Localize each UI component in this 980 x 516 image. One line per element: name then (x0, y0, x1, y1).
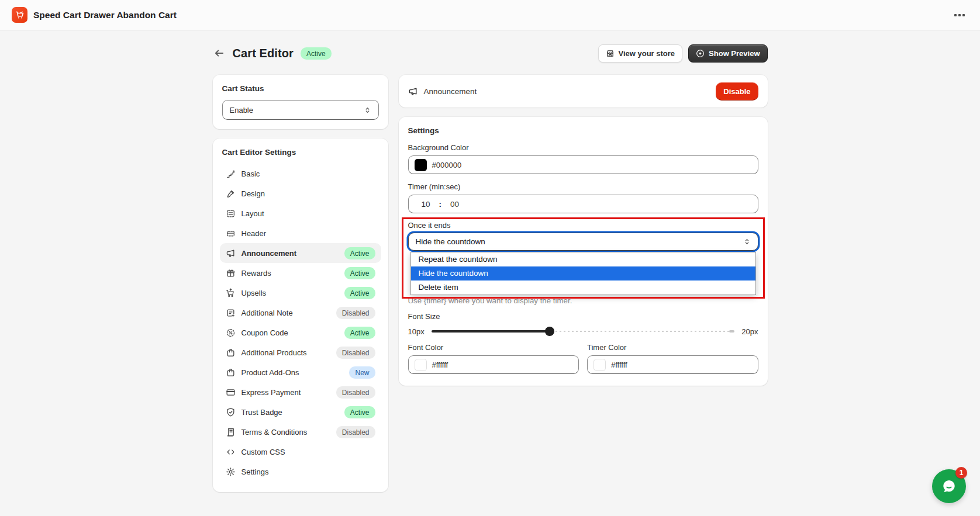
dropdown-option-hide-the-countdown[interactable]: Hide the countdown (411, 266, 755, 280)
sidebar-item-label: Coupon Code (241, 328, 339, 337)
megaphone-icon (408, 86, 418, 96)
timer-color-input[interactable]: #ffffff (587, 355, 758, 374)
sidebar-item-label: Basic (241, 169, 375, 178)
page-title: Cart Editor (233, 47, 294, 60)
sidebar-item-label: Additional Products (241, 348, 330, 357)
color-fields-row: Font Color #ffffff Timer Color #ffffff (408, 336, 758, 374)
sidebar-item-trust-badge[interactable]: Trust BadgeActive (220, 402, 381, 422)
show-preview-button[interactable]: Show Preview (688, 44, 767, 63)
sidebar-item-additional-products[interactable]: Additional ProductsDisabled (220, 342, 381, 362)
sidebar-item-coupon-code[interactable]: Coupon CodeActive (220, 323, 381, 342)
status-badge: Active (344, 327, 375, 339)
page-status-badge: Active (301, 47, 332, 60)
timer-colon: : (439, 200, 442, 209)
background-color-input[interactable]: #000000 (408, 155, 758, 174)
once-it-ends-select[interactable]: Hide the countdown (408, 233, 758, 251)
font-size-slider-row: 10px 20px (408, 327, 758, 336)
status-badge: Active (344, 287, 375, 299)
gift-icon (226, 268, 236, 278)
sidebar-item-basic[interactable]: Basic (220, 164, 381, 183)
chat-bubble-icon (940, 477, 958, 495)
sidebar-item-label: Additional Note (241, 309, 330, 317)
sidebar-item-express-payment[interactable]: Express PaymentDisabled (220, 382, 381, 402)
timer-label: Timer (min:sec) (408, 182, 758, 191)
status-badge: Disabled (336, 426, 375, 438)
sidebar-item-custom-css[interactable]: Custom CSS (220, 442, 381, 462)
status-badge: Disabled (336, 386, 375, 399)
dropdown-option-repeat-the-countdown[interactable]: Repeat the countdown (411, 252, 755, 266)
color-swatch-black[interactable] (415, 159, 427, 171)
page-header: Cart Editor Active View your store (213, 43, 768, 63)
sidebar-nav-list: BasicDesignLayoutHeaderAnnouncementActiv… (220, 164, 381, 482)
chevron-updown-icon (364, 106, 371, 114)
page-frame: Cart Editor Active View your store (213, 43, 768, 492)
slider-handle[interactable] (545, 327, 554, 336)
view-your-store-button[interactable]: View your store (598, 44, 683, 63)
color-swatch-white[interactable] (415, 359, 427, 371)
disable-button[interactable]: Disable (716, 82, 758, 101)
sidebar-item-header[interactable]: Header (220, 223, 381, 243)
once-it-ends-selected-value: Hide the countdown (416, 237, 485, 246)
once-it-ends-dropdown: Repeat the countdownHide the countdownDe… (410, 252, 756, 295)
status-badge: New (349, 366, 375, 379)
page-header-actions: View your store Show Preview (598, 44, 768, 63)
sidebar-item-label: Trust Badge (241, 408, 339, 417)
sidebar-item-announcement[interactable]: AnnouncementActive (220, 243, 381, 263)
receipt-icon (226, 427, 236, 437)
arrow-left-icon (214, 48, 225, 58)
once-it-ends-label: Once it ends (408, 221, 758, 230)
app-identity: Speed Cart Drawer Abandon Cart (12, 7, 177, 23)
sidebar-item-label: Header (241, 229, 375, 238)
slider-track-fill (432, 330, 550, 333)
timer-minutes[interactable]: 10 (422, 200, 430, 209)
background-color-label: Background Color (408, 143, 758, 152)
font-size-label: Font Size (408, 312, 758, 321)
sidebar-item-product-add-ons[interactable]: Product Add-OnsNew (220, 362, 381, 382)
app-title: Speed Cart Drawer Abandon Cart (33, 10, 177, 20)
chevron-updown-icon (743, 238, 751, 245)
sidebar-item-label: Express Payment (241, 388, 330, 397)
timer-input[interactable]: 10 : 00 (408, 195, 758, 213)
stairs-icon (226, 169, 236, 179)
cart-status-select-value: Enable (230, 106, 253, 115)
layout-icon (226, 209, 236, 219)
sidebar-item-label: Announcement (241, 249, 339, 258)
content-columns: Cart Status Enable Cart Editor Settings … (213, 75, 768, 492)
dropdown-option-delete-item[interactable]: Delete item (411, 280, 755, 295)
sidebar-item-upsells[interactable]: UpsellsActive (220, 283, 381, 303)
sidebar-item-additional-note[interactable]: Additional NoteDisabled (220, 303, 381, 323)
timer-color-label: Timer Color (587, 343, 758, 352)
sidebar-item-label: Design (241, 189, 375, 198)
sidebar-item-label: Product Add-Ons (241, 368, 344, 377)
sidebar-item-layout[interactable]: Layout (220, 203, 381, 223)
sidebar-item-design[interactable]: Design (220, 183, 381, 203)
font-size-slider[interactable] (432, 327, 735, 336)
status-badge: Disabled (336, 307, 375, 319)
announcement-header-card: Announcement Disable (399, 75, 768, 108)
cart-status-select[interactable]: Enable (222, 100, 379, 120)
shield-check-icon (226, 407, 236, 417)
sidebar-item-rewards[interactable]: RewardsActive (220, 263, 381, 283)
overflow-menu-button[interactable] (951, 11, 968, 20)
credit-card-icon (226, 387, 236, 397)
code-icon (226, 447, 236, 457)
font-color-input[interactable]: #ffffff (408, 355, 579, 374)
cart-editor-settings-title: Cart Editor Settings (220, 148, 381, 157)
timer-seconds[interactable]: 00 (450, 200, 459, 209)
color-swatch-white[interactable] (593, 359, 606, 371)
coupon-icon (226, 328, 236, 338)
sidebar-item-settings[interactable]: Settings (220, 462, 381, 482)
cart-editor-settings-card: Cart Editor Settings BasicDesignLayoutHe… (213, 138, 388, 492)
back-button[interactable] (213, 47, 226, 60)
chat-unread-badge: 1 (955, 467, 967, 479)
font-color-label: Font Color (408, 343, 579, 352)
sidebar-item-label: Layout (241, 209, 375, 218)
sidebar-item-terms-conditions[interactable]: Terms & ConditionsDisabled (220, 422, 381, 442)
settings-title: Settings (408, 126, 758, 135)
show-preview-label: Show Preview (709, 49, 760, 58)
status-badge: Disabled (336, 347, 375, 359)
timer-hint-text: Use {timer} where you want to display th… (408, 296, 758, 305)
status-badge: Active (344, 406, 375, 418)
font-size-min-label: 10px (408, 327, 425, 336)
timer-color-value: #ffffff (611, 361, 627, 369)
